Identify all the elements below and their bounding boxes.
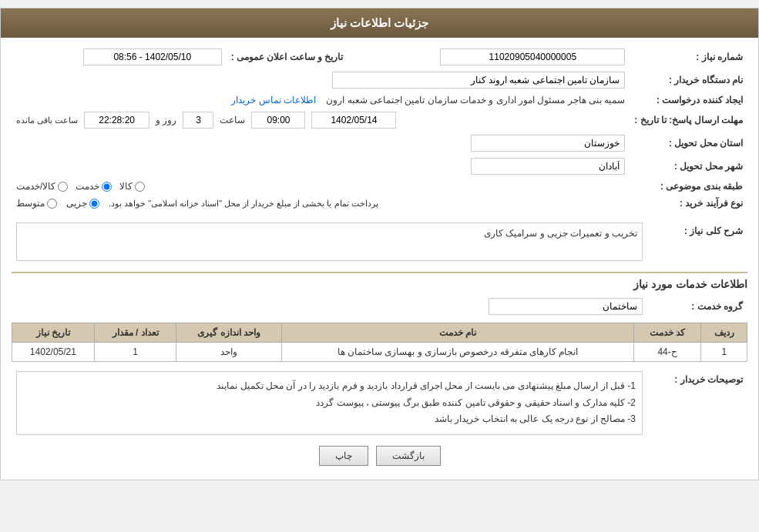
service-group-label: گروه خدمت : <box>647 295 747 318</box>
col-row-num: ردیف <box>701 323 747 343</box>
buyer-label: نام دستگاه خریدار : <box>630 69 747 92</box>
time-label: ساعت <box>220 115 245 125</box>
days-label: روز و <box>156 115 176 125</box>
main-info-table: شماره نیاز : تاریخ و ساعت اعلان عمومی : … <box>12 45 747 212</box>
radio-mutavassit[interactable] <box>47 199 57 209</box>
col-unit: واحد اندازه گیری <box>176 323 282 343</box>
table-row: مهلت ارسال پاسخ: تا تاریخ : ساعت باقی ما… <box>12 109 747 132</box>
print-button[interactable]: چاپ <box>319 446 368 466</box>
cell-unit: واحد <box>176 343 282 362</box>
note-line: 1- قبل از ارسال مبلغ پیشنهادی می بایست ا… <box>23 378 636 395</box>
table-header-row: ردیف کد خدمت نام خدمت واحد اندازه گیری ت… <box>12 323 747 343</box>
col-service-code: کد خدمت <box>633 323 701 343</box>
purchase-type-label: نوع فرآیند خرید : <box>630 195 747 212</box>
table-row: طبقه بندی موضوعی : کالا/خدمت خدمت <box>12 178 747 195</box>
deadline-date-input[interactable] <box>311 112 396 129</box>
province-input[interactable] <box>471 135 625 152</box>
purchase-row: متوسط جزیی پرداخت تمام یا بخشی از مبلغ خ… <box>16 198 625 209</box>
deadline-days-input[interactable] <box>183 112 213 129</box>
creator-contact-link[interactable]: اطلاعات تماس خریدار <box>231 95 316 105</box>
category-radio-group: کالا/خدمت خدمت کالا <box>16 181 625 192</box>
note-line: 3- مصالح از نوع درجه یک عالی به انتخاب خ… <box>23 411 636 428</box>
notes-table: توصیحات خریدار : 1- قبل از ارسال مبلغ پی… <box>12 368 747 438</box>
note-line: 2- کلیه مدارک و اسناد حقیقی و حقوقی تامی… <box>23 395 636 412</box>
purchase-note: پرداخت تمام یا بخشی از مبلغ خریدار از مح… <box>109 199 378 209</box>
back-button[interactable]: بازگشت <box>376 446 441 466</box>
table-row: نام دستگاه خریدار : <box>12 69 747 92</box>
button-row: بازگشت چاپ <box>12 446 747 466</box>
cell-quantity: 1 <box>94 343 176 362</box>
cell-date: 1402/05/21 <box>12 343 95 362</box>
remaining-label: ساعت باقی مانده <box>16 115 78 125</box>
category-option-kala[interactable]: کالا <box>119 181 145 192</box>
province-label: استان محل تحویل : <box>630 132 747 155</box>
category-label: طبقه بندی موضوعی : <box>630 178 747 195</box>
creator-label: ایجاد کننده درخواست : <box>630 92 747 109</box>
description-table: شرح کلی نیاز : تخریب و تعمیرات جزیی و سر… <box>12 219 747 264</box>
col-date: تاریخ نیاز <box>12 323 95 343</box>
need-number-label: شماره نیاز : <box>630 45 747 69</box>
description-row: شرح کلی نیاز : تخریب و تعمیرات جزیی و سر… <box>12 219 747 264</box>
notes-label: توصیحات خریدار : <box>647 368 747 438</box>
deadline-clock-input[interactable] <box>84 112 149 129</box>
city-input[interactable] <box>471 158 625 175</box>
buyer-input[interactable] <box>332 72 625 89</box>
col-quantity: تعداد / مقدار <box>94 323 176 343</box>
notes-box: 1- قبل از ارسال مبلغ پیشنهادی می بایست ا… <box>16 371 643 435</box>
notes-row: توصیحات خریدار : 1- قبل از ارسال مبلغ پی… <box>12 368 747 438</box>
purchase-option-jozi[interactable]: جزیی <box>66 198 99 209</box>
table-row: ایجاد کننده درخواست : سمیه بنی هاجر مسئو… <box>12 92 747 109</box>
table-row: نوع فرآیند خرید : متوسط جزیی پرداخت <box>12 195 747 212</box>
creator-value: سمیه بنی هاجر مسئول امور اداری و خدمات س… <box>326 95 625 105</box>
col-service-name: نام خدمت <box>282 323 634 343</box>
page-header: جزئیات اطلاعات نیاز <box>1 8 758 38</box>
cell-service-code: ح-44 <box>633 343 701 362</box>
description-label: شرح کلی نیاز : <box>647 219 747 264</box>
announce-label: تاریخ و ساعت اعلان عمومی : <box>227 45 348 69</box>
services-section: اطلاعات خدمات مورد نیاز گروه خدمت : ردیف… <box>12 272 747 362</box>
category-option-kala-khedmat[interactable]: کالا/خدمت <box>16 181 68 192</box>
radio-khedmat[interactable] <box>102 182 112 192</box>
purchase-option-mutavassit[interactable]: متوسط <box>16 198 57 209</box>
description-text: تخریب و تعمیرات جزیی و سرامیک کاری <box>484 228 637 239</box>
deadline-row: ساعت باقی مانده روز و ساعت <box>16 112 625 129</box>
table-row: 1 ح-44 انجام کارهای متفرقه درخصوص بازساز… <box>12 343 747 362</box>
service-group-table: گروه خدمت : <box>12 295 747 318</box>
cell-row-num: 1 <box>701 343 747 362</box>
services-heading: اطلاعات خدمات مورد نیاز <box>12 278 747 290</box>
deadline-time-input[interactable] <box>251 112 305 129</box>
radio-kala-khedmat[interactable] <box>58 182 68 192</box>
announce-input[interactable] <box>83 49 222 65</box>
radio-kala[interactable] <box>135 182 145 192</box>
table-row: استان محل تحویل : <box>12 132 747 155</box>
radio-jozi[interactable] <box>89 199 99 209</box>
table-row: شهر محل تحویل : <box>12 155 747 178</box>
table-row: شماره نیاز : تاریخ و ساعت اعلان عمومی : <box>12 45 747 69</box>
cell-service-name: انجام کارهای متفرقه درخصوص بازسازی و بهس… <box>282 343 634 362</box>
page-title: جزئیات اطلاعات نیاز <box>331 16 428 29</box>
category-option-khedmat[interactable]: خدمت <box>76 181 112 192</box>
need-number-input[interactable] <box>440 49 625 65</box>
service-group-row: گروه خدمت : <box>12 295 747 318</box>
deadline-label: مهلت ارسال پاسخ: تا تاریخ : <box>630 109 747 132</box>
services-table: ردیف کد خدمت نام خدمت واحد اندازه گیری ت… <box>12 323 747 362</box>
page-wrapper: جزئیات اطلاعات نیاز شماره نیاز : تاریخ و… <box>0 8 759 480</box>
page-content: شماره نیاز : تاریخ و ساعت اعلان عمومی : … <box>1 38 758 480</box>
city-label: شهر محل تحویل : <box>630 155 747 178</box>
description-box: تخریب و تعمیرات جزیی و سرامیک کاری <box>16 223 643 261</box>
service-group-input[interactable] <box>489 298 643 315</box>
